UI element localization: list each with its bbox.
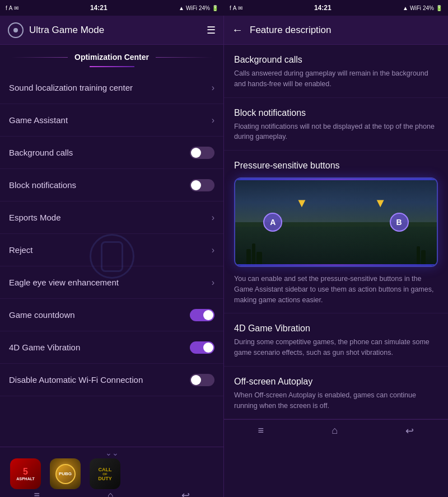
right-panel: ← Feature description Background calls C… <box>224 16 448 497</box>
right-nav-menu-icon[interactable]: ≡ <box>258 425 264 437</box>
4d-vibration-label: 4D Game Vibration <box>9 342 190 353</box>
sound-localization-arrow: › <box>212 83 214 93</box>
status-bar-left: f A ✉ 14:21 ▲ WiFi 24% 🔋 <box>0 0 224 16</box>
opt-line-right <box>156 57 212 58</box>
dock-apps-row: 5 ASPHALT PUBG CALL OF DUTY <box>0 458 223 489</box>
4d-vibration-title: 4D Game Vibration <box>234 323 438 334</box>
fb-a-icon-r: A <box>233 5 237 11</box>
opt-underline <box>90 66 134 67</box>
menu-item-block-notifications[interactable]: Block notifications <box>0 169 223 201</box>
menu-item-disable-wifi[interactable]: Disable Automatic Wi-Fi Connection <box>0 364 223 396</box>
dock-app-pubg[interactable]: PUBG <box>50 458 81 489</box>
game-assistant-arrow: › <box>212 115 214 125</box>
eagle-eye-label: Eagle eye view enhancement <box>9 277 212 288</box>
esports-mode-arrow: › <box>212 213 214 223</box>
right-signal-icons: ▲ WiFi 24% 🔋 <box>403 5 442 11</box>
game-countdown-toggle[interactable] <box>190 309 214 321</box>
menu-item-reject[interactable]: Reject › <box>0 234 223 266</box>
left-time: 14:21 <box>90 4 108 12</box>
game-assistant-label: Game Assistant <box>9 115 212 126</box>
disable-wifi-toggle[interactable] <box>190 374 214 386</box>
right-time: 14:21 <box>314 4 332 12</box>
right-status-icons: f A ✉ <box>230 5 242 11</box>
esports-mode-label: Esports Mode <box>9 212 212 223</box>
battery-icon-left: 🔋 <box>212 5 218 11</box>
eagle-eye-arrow: › <box>212 278 214 288</box>
mail-icon-r: ✉ <box>238 5 242 11</box>
4d-vibration-desc: During some competitive games, the phone… <box>234 337 438 358</box>
sound-localization-label: Sound localization training center <box>9 82 212 93</box>
fb-icon-r: f <box>230 5 231 11</box>
menu-icon[interactable]: ☰ <box>207 24 216 36</box>
right-nav-home-icon[interactable]: ⌂ <box>332 425 338 437</box>
status-bar-right: f A ✉ 14:21 ▲ WiFi 24% 🔋 <box>224 0 448 16</box>
section-background-calls: Background calls Calls answered during g… <box>224 45 448 98</box>
background-calls-title: Background calls <box>234 55 438 65</box>
menu-items-list: Sound localization training center › Gam… <box>0 72 223 447</box>
opt-center-label: Optimization Center <box>68 53 156 62</box>
right-panel-header: ← Feature description <box>224 16 448 45</box>
pressure-buttons-title: Pressure-sensitive buttons <box>234 161 438 171</box>
block-notifications-desc: Floating notifications will not be displ… <box>234 121 438 143</box>
back-button[interactable]: ← <box>232 24 243 36</box>
offscreen-autoplay-desc: When Off-screen Autoplay is enabled, gam… <box>234 390 438 411</box>
right-nav-back-icon[interactable]: ↩ <box>405 425 414 437</box>
offscreen-autoplay-title: Off-screen Autoplay <box>234 377 438 387</box>
left-signal-icons: ▲ WiFi 24% 🔋 <box>179 5 218 11</box>
reject-arrow: › <box>212 245 214 255</box>
block-notifications-toggle[interactable] <box>190 179 214 191</box>
right-nav-bar: ≡ ⌂ ↩ <box>224 419 448 442</box>
disable-wifi-label: Disable Automatic Wi-Fi Connection <box>9 374 190 386</box>
left-panel-title: Ultra Game Mode <box>29 25 201 36</box>
menu-item-background-calls[interactable]: Background calls <box>0 137 223 169</box>
menu-item-sound-localization[interactable]: Sound localization training center › <box>0 72 223 104</box>
left-nav-back-icon[interactable]: ↩ <box>181 489 190 497</box>
menu-item-esports-mode[interactable]: Esports Mode › <box>0 201 223 234</box>
wifi-icon: WiFi <box>186 5 197 11</box>
opt-line-left <box>11 57 68 58</box>
game-countdown-label: Game countdown <box>9 310 190 321</box>
left-nav-home-icon[interactable]: ⌂ <box>108 490 114 498</box>
dock-expand-arrow[interactable]: ⌄⌄ <box>0 447 223 458</box>
optimization-center-header: Optimization Center <box>0 45 223 66</box>
block-notifications-label: Block notifications <box>9 180 190 191</box>
menu-item-eagle-eye[interactable]: Eagle eye view enhancement › <box>0 266 223 299</box>
right-panel-title: Feature description <box>250 25 332 36</box>
left-nav-menu-icon[interactable]: ≡ <box>34 490 40 498</box>
left-nav-bar: ≡ ⌂ ↩ <box>0 489 223 497</box>
left-panel: Ultra Game Mode ☰ Optimization Center So… <box>0 16 224 497</box>
wifi-icon-r: WiFi <box>410 5 421 11</box>
background-calls-toggle[interactable] <box>190 147 214 159</box>
game-mode-icon <box>8 22 24 38</box>
left-status-icons: f A ✉ <box>6 5 18 11</box>
fb-icon: f <box>6 5 7 11</box>
battery-icon-right: 🔋 <box>436 5 442 11</box>
reject-label: Reject <box>9 245 212 256</box>
left-header: Ultra Game Mode ☰ <box>0 16 223 45</box>
section-4d-vibration: 4D Game Vibration During some competitiv… <box>224 313 448 367</box>
battery-left: 24% <box>199 5 210 11</box>
bottom-dock: ⌄⌄ 5 ASPHALT PUBG CALL OF <box>0 447 223 497</box>
fb-a-icon: A <box>9 5 13 11</box>
pressure-buttons-image: A B ▼ ▼ <box>234 177 438 267</box>
game-button-a: A <box>263 213 282 232</box>
menu-item-game-countdown[interactable]: Game countdown <box>0 299 223 331</box>
section-block-notifications: Block notifications Floating notificatio… <box>224 98 448 151</box>
block-notifications-title: Block notifications <box>234 108 438 118</box>
4d-vibration-toggle[interactable] <box>190 341 214 354</box>
background-calls-desc: Calls answered during gameplay will rema… <box>234 68 438 90</box>
pressure-buttons-desc: You can enable and set the pressure-sens… <box>234 274 438 305</box>
signal-icon-r: ▲ <box>403 5 408 11</box>
mail-icon: ✉ <box>14 5 18 11</box>
battery-right: 24% <box>423 5 434 11</box>
signal-icon: ▲ <box>179 5 184 11</box>
section-offscreen-autoplay: Off-screen Autoplay When Off-screen Auto… <box>224 367 448 420</box>
menu-item-4d-vibration[interactable]: 4D Game Vibration <box>0 331 223 364</box>
arrow-indicator-right: ▼ <box>374 196 386 210</box>
section-pressure-buttons: Pressure-sensitive buttons A B <box>224 151 448 313</box>
game-button-b: B <box>390 213 409 232</box>
dock-app-asphalt[interactable]: 5 ASPHALT <box>10 458 41 489</box>
arrow-indicator-left: ▼ <box>296 196 308 210</box>
menu-item-game-assistant[interactable]: Game Assistant › <box>0 104 223 137</box>
dock-app-cod[interactable]: CALL OF DUTY <box>90 458 120 489</box>
